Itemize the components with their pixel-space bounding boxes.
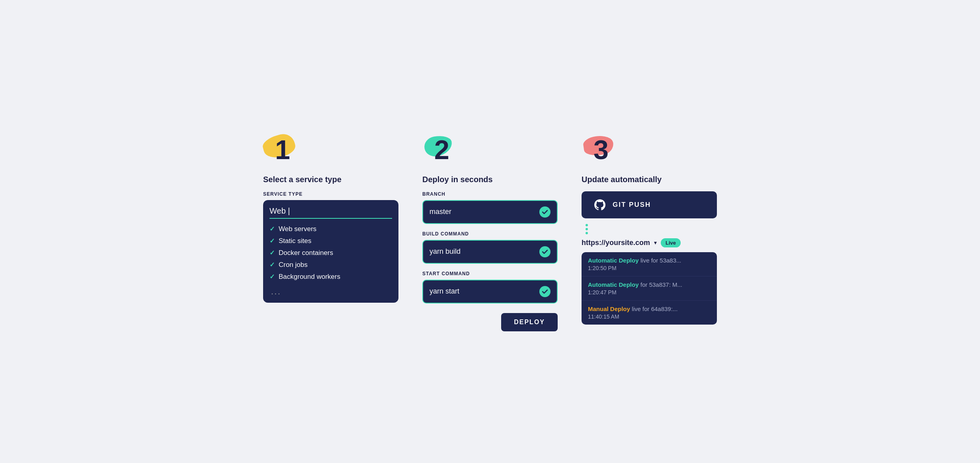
start-field-box: yarn start — [422, 280, 558, 303]
col2: 2 Deploy in seconds BRANCH master BUILD … — [422, 132, 558, 331]
service-item-label: Background workers — [279, 273, 340, 281]
log-desc: for 53a837: M... — [640, 281, 682, 288]
step1-badge: 1 — [263, 132, 303, 168]
log-type: Automatic Deploy — [588, 257, 639, 264]
live-badge: Live — [661, 238, 681, 247]
build-label: BUILD COMMAND — [422, 231, 558, 237]
step3-number: 3 — [593, 136, 609, 163]
list-item: ✓ Docker containers — [269, 249, 392, 257]
log-time: 11:40:15 AM — [588, 313, 711, 320]
list-item: ✓ Static sites — [269, 237, 392, 245]
dots-divider — [586, 224, 588, 234]
dot — [586, 232, 588, 234]
step1-number: 1 — [275, 136, 290, 163]
log-row: Automatic Deploy live for 53a83... 1:20:… — [582, 252, 717, 276]
list-item: ✓ Background workers — [269, 273, 392, 281]
github-icon — [593, 198, 606, 211]
step2-title: Deploy in seconds — [422, 175, 493, 184]
site-url-link[interactable]: https://yoursite.com — [582, 239, 650, 247]
list-item: ✓ Web servers — [269, 225, 392, 233]
build-field-box: yarn build — [422, 240, 558, 264]
start-label: START COMMAND — [422, 271, 558, 276]
site-row: https://yoursite.com ▾ Live — [582, 238, 681, 247]
build-value: yarn build — [429, 247, 539, 256]
check-icon: ✓ — [269, 237, 275, 245]
branch-label: BRANCH — [422, 191, 558, 197]
service-item-label: Cron jobs — [279, 261, 308, 269]
check-icon: ✓ — [269, 225, 275, 233]
start-value: yarn start — [429, 287, 539, 296]
build-check-icon — [539, 246, 551, 257]
col3: 3 Update automatically GIT PUSH https://… — [582, 132, 717, 325]
branch-field-group: BRANCH master — [422, 191, 558, 224]
step2-number: 2 — [434, 136, 449, 163]
deploy-log: Automatic Deploy live for 53a83... 1:20:… — [582, 252, 717, 325]
more-label: ... — [271, 287, 281, 296]
dot — [586, 224, 588, 226]
service-item-label: Docker containers — [279, 249, 333, 257]
list-item-more: ... — [269, 285, 392, 296]
service-type-label: SERVICE TYPE — [263, 191, 303, 197]
chevron-down-icon[interactable]: ▾ — [654, 239, 657, 246]
log-time: 1:20:50 PM — [588, 265, 711, 271]
git-push-button[interactable]: GIT PUSH — [582, 191, 717, 218]
start-field-group: START COMMAND yarn start — [422, 271, 558, 303]
log-row: Automatic Deploy for 53a837: M... 1:20:4… — [582, 276, 717, 301]
log-line: Manual Deploy live for 64a839:... — [588, 305, 711, 313]
branch-check-icon — [539, 206, 551, 218]
check-icon: ✓ — [269, 273, 275, 280]
list-item: ✓ Cron jobs — [269, 261, 392, 269]
log-type: Manual Deploy — [588, 305, 630, 312]
build-field-group: BUILD COMMAND yarn build — [422, 231, 558, 264]
deploy-btn-wrapper: DEPLOY — [422, 311, 558, 331]
service-item-label: Static sites — [279, 237, 311, 245]
log-type: Automatic Deploy — [588, 281, 639, 288]
start-check-icon — [539, 286, 551, 297]
step2-badge: 2 — [422, 132, 462, 168]
branch-value: master — [429, 208, 539, 216]
service-list: ✓ Web servers ✓ Static sites ✓ Docker co… — [269, 225, 392, 296]
check-icon: ✓ — [269, 249, 275, 257]
log-line: Automatic Deploy for 53a837: M... — [588, 281, 711, 288]
dot — [586, 228, 588, 230]
branch-field-box: master — [422, 200, 558, 224]
check-icon: ✓ — [269, 261, 275, 268]
step1-title: Select a service type — [263, 175, 342, 184]
service-item-label: Web servers — [279, 225, 316, 233]
log-desc: live for 64a839:... — [632, 305, 677, 312]
git-push-label: GIT PUSH — [613, 201, 651, 209]
log-row: Manual Deploy live for 64a839:... 11:40:… — [582, 301, 717, 325]
main-container: 1 Select a service type SERVICE TYPE ✓ W… — [251, 132, 729, 331]
deploy-button[interactable]: DEPLOY — [501, 313, 558, 331]
log-desc: live for 53a83... — [640, 257, 681, 264]
service-panel: ✓ Web servers ✓ Static sites ✓ Docker co… — [263, 200, 398, 303]
log-line: Automatic Deploy live for 53a83... — [588, 257, 711, 264]
log-time: 1:20:47 PM — [588, 289, 711, 296]
step3-title: Update automatically — [582, 175, 662, 184]
col1: 1 Select a service type SERVICE TYPE ✓ W… — [263, 132, 398, 303]
step3-badge: 3 — [582, 132, 621, 168]
service-type-input[interactable] — [269, 206, 392, 219]
